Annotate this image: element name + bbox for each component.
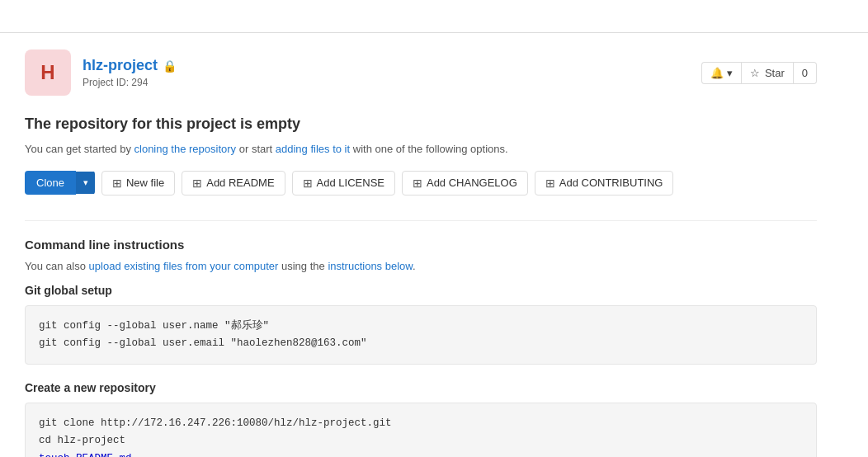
git-setup-line-1: git config --global user.name "郝乐珍" [39,318,803,335]
add-contributing-label: Add CONTRIBUTING [559,177,663,189]
new-repo-code-block: git clone http://172.16.247.226:10080/hl… [25,403,817,457]
add-readme-label: Add README [206,177,274,189]
upload-link-text: You can also upload existing files from … [25,260,817,272]
clone-link[interactable]: cloning the repository [134,143,237,155]
new-repo-line-3: touch README.md [39,450,803,458]
star-label: Star [765,67,785,79]
project-name: hlz-project 🔒 [83,57,177,74]
command-line-heading: Command line instructions [25,238,817,252]
section-divider [25,220,817,221]
project-title: hlz-project 🔒 Project ID: 294 [83,57,177,88]
new-file-label: New file [126,177,164,189]
empty-repo-desc: You can get started by cloning the repos… [25,141,817,158]
star-button[interactable]: ☆ Star [741,62,794,84]
upload-files-link[interactable]: upload existing files from your computer [89,260,279,272]
add-changelog-button[interactable]: ⊞ Add CHANGELOG [402,171,528,196]
new-repo-title: Create a new repository [25,381,817,394]
project-header: H hlz-project 🔒 Project ID: 294 🔔 ▾ ☆ St… [25,49,817,96]
project-name-link[interactable]: hlz-project [83,57,158,74]
bell-icon: 🔔 [710,67,724,79]
new-file-plus-icon: ⊞ [112,177,122,190]
clone-dropdown-button[interactable]: ▾ [76,172,95,194]
new-repo-line-2: cd hlz-project [39,432,803,450]
add-readme-button[interactable]: ⊞ Add README [182,171,285,196]
add-license-plus-icon: ⊞ [303,177,313,190]
add-contributing-button[interactable]: ⊞ Add CONTRIBUTING [535,171,674,196]
lock-icon: 🔒 [163,59,177,73]
add-changelog-plus-icon: ⊞ [413,177,422,190]
clone-button-group: Clone ▾ [25,171,95,195]
star-count: 0 [794,62,817,84]
add-readme-plus-icon: ⊞ [192,177,202,190]
project-actions: 🔔 ▾ ☆ Star 0 [701,62,817,84]
adding-files-link[interactable]: adding files to it [276,143,350,155]
empty-repo-section: The repository for this project is empty… [25,115,817,158]
add-changelog-label: Add CHANGELOG [427,177,517,189]
project-id: Project ID: 294 [83,77,177,88]
avatar: H [25,49,71,96]
clone-main-button[interactable]: Clone [25,171,76,195]
new-file-button[interactable]: ⊞ New file [101,171,175,196]
add-license-button[interactable]: ⊞ Add LICENSE [292,171,395,196]
project-info: H hlz-project 🔒 Project ID: 294 [25,49,177,96]
bell-dropdown-arrow: ▾ [727,67,733,79]
git-setup-line-2: git config --global user.email "haolezhe… [39,335,803,352]
git-setup-title: Git global setup [25,284,817,297]
new-repo-line-1: git clone http://172.16.247.226:10080/hl… [39,415,803,432]
instructions-link[interactable]: instructions below [328,260,413,272]
action-buttons-bar: Clone ▾ ⊞ New file ⊞ Add README ⊞ Add LI… [25,171,817,196]
star-icon: ☆ [750,67,760,79]
empty-repo-title: The repository for this project is empty [25,115,817,133]
notification-bell-button[interactable]: 🔔 ▾ [701,62,741,84]
add-contributing-plus-icon: ⊞ [545,177,555,190]
add-license-label: Add LICENSE [317,177,384,189]
git-setup-code-block: git config --global user.name "郝乐珍" git … [25,305,817,365]
